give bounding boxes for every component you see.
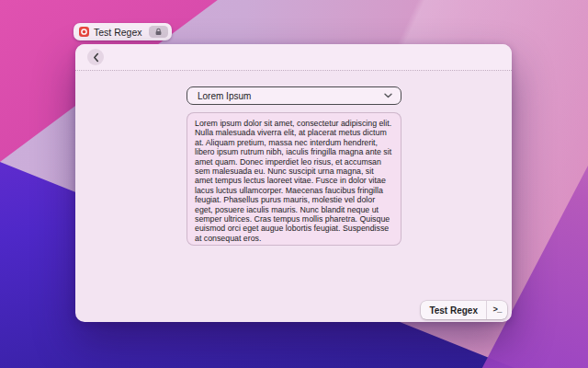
tab-title: Test Regex — [94, 27, 142, 38]
chevron-left-icon — [93, 52, 99, 63]
terminal-icon: >_ — [493, 305, 502, 315]
window-content: Lorem Ipsum Lorem ipsum dolor sit amet, … — [75, 70, 512, 322]
shortcut-tab[interactable]: Test Regex — [74, 23, 172, 40]
lock-icon — [154, 28, 163, 36]
terminal-icon-button[interactable]: >_ — [487, 301, 507, 319]
shortcut-window: Lorem Ipsum Lorem ipsum dolor sit amet, … — [75, 44, 512, 322]
desktop: Test Regex Lorem Ipsum Lorem ips — [0, 0, 588, 368]
back-button[interactable] — [87, 49, 104, 65]
test-regex-run-button[interactable]: Test Regex — [421, 301, 487, 319]
test-regex-split-button: Test Regex >_ — [421, 301, 507, 319]
lock-badge — [149, 26, 168, 39]
dropdown-value: Lorem Ipsum — [198, 91, 251, 101]
lorem-dropdown[interactable]: Lorem Ipsum — [187, 86, 401, 105]
lorem-textarea[interactable]: Lorem ipsum dolor sit amet, consectetur … — [187, 112, 401, 246]
record-dot-icon — [79, 27, 89, 37]
window-toolbar — [75, 44, 512, 71]
chevron-down-icon — [384, 93, 392, 98]
